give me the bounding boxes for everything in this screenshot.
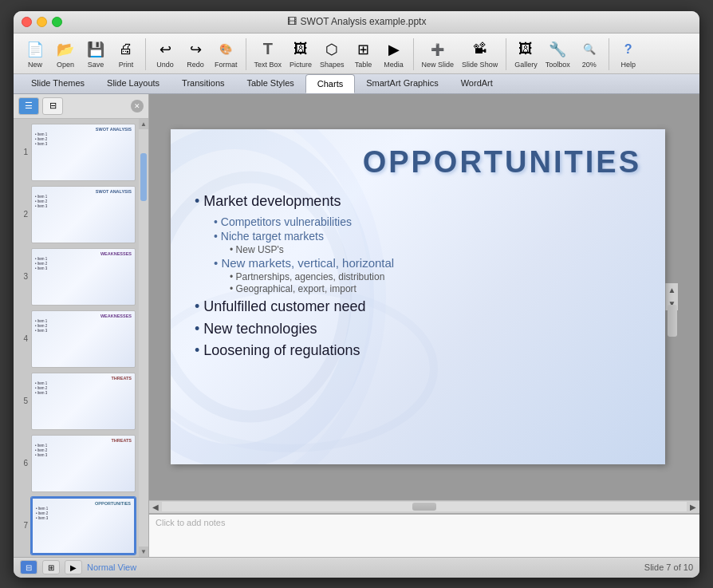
tab-wordart[interactable]: WordArt [450, 74, 504, 93]
newslide-icon: ➕ [427, 38, 449, 61]
slide-thumb-3[interactable]: 3 WEAKNESSES • Item 1 • Item 2 • Item 3 [17, 248, 136, 306]
status-view-label: Normal View [87, 562, 640, 572]
tab-smartart[interactable]: SmartArt Graphics [355, 74, 449, 93]
slide-num-4: 4 [17, 334, 28, 343]
scroll-right[interactable]: ▶ [687, 503, 699, 511]
toolbox-icon: 🔧 [546, 38, 569, 61]
notes-area[interactable]: Click to add notes [149, 513, 699, 557]
toolbar-group-insert: T Text Box 🖼 Picture ⬡ Shapes ⊞ Table ▶ … [250, 37, 409, 70]
scroll-up[interactable]: ▲ [666, 283, 678, 297]
sidebar-close-button[interactable]: ✕ [131, 100, 144, 112]
open-button[interactable]: 📂 Open [50, 37, 81, 70]
slide-canvas[interactable]: OPPORTUNITIES Market developments Compet… [171, 129, 665, 464]
zoom-button[interactable]: 🔍 20% [574, 37, 605, 70]
tab-charts[interactable]: Charts [305, 74, 355, 93]
newslide-label: New Slide [422, 61, 455, 69]
tab-table-styles[interactable]: Table Styles [236, 74, 305, 93]
scroll-track [139, 129, 148, 547]
print-button[interactable]: 🖨 Print [111, 37, 141, 70]
slide-thumb-4[interactable]: 4 WEAKNESSES • Item 1 • Item 2 • Item 3 [17, 310, 136, 368]
shapes-button[interactable]: ⬡ Shapes [316, 37, 349, 70]
save-button[interactable]: 💾 Save [81, 37, 111, 70]
vertical-scrollbar[interactable]: ▲ ▼ [665, 283, 678, 310]
textbox-button[interactable]: T Text Box [250, 37, 286, 70]
slide-thumb-1[interactable]: 1 SWOT ANALYSIS • Item 1 • Item 2 • Item… [17, 124, 136, 181]
format-button[interactable]: 🎨 Format [211, 37, 242, 70]
tab-slide-themes[interactable]: Slide Themes [20, 74, 96, 93]
minimize-button[interactable] [37, 17, 47, 27]
slideshow-icon: 📽 [469, 38, 491, 61]
slideshow-button[interactable]: 📽 Slide Show [458, 37, 502, 70]
title-bar: 🎞 SWOT Analysis example.pptx [14, 11, 699, 34]
picture-icon: 🖼 [290, 38, 312, 61]
tab-slide-layouts[interactable]: Slide Layouts [96, 74, 171, 93]
textbox-label: Text Box [254, 61, 282, 69]
scroll-left[interactable]: ◀ [149, 503, 162, 511]
bullet-partnerships: Partnerships, agencies, distribution [230, 271, 641, 282]
new-button[interactable]: 📄 New [20, 37, 50, 70]
view-present[interactable]: ▶ [65, 560, 82, 574]
undo-button[interactable]: ↩ Undo [150, 37, 180, 70]
sidebar-view-list[interactable]: ☰ [18, 97, 39, 115]
newslide-button[interactable]: ➕ New Slide [418, 37, 459, 70]
gallery-icon: 🖼 [514, 38, 537, 61]
title-label: SWOT Analysis example.pptx [301, 16, 427, 27]
toolbar-group-view: 🖼 Gallery 🔧 Toolbox 🔍 20% [510, 37, 605, 70]
help-button[interactable]: ? Help [613, 37, 644, 70]
sidebar-view-grid[interactable]: ⊟ [42, 97, 63, 115]
print-icon: 🖨 [115, 38, 137, 61]
slide-preview-6: THREATS • Item 1 • Item 2 • Item 3 [31, 435, 136, 492]
save-icon: 💾 [85, 38, 107, 61]
gallery-button[interactable]: 🖼 Gallery [510, 37, 542, 70]
sidebar-main: 1 SWOT ANALYSIS • Item 1 • Item 2 • Item… [14, 119, 148, 557]
table-icon: ⊞ [353, 38, 375, 61]
toolbar-group-file: 📄 New 📂 Open 💾 Save 🖨 Print [20, 37, 141, 70]
slide-thumb-7[interactable]: 7 OPPORTUNITIES • Item 1 • Item 2 • Item… [17, 497, 136, 554]
slide-thumb-5[interactable]: 5 THREATS • Item 1 • Item 2 • Item 3 [17, 373, 136, 430]
picture-button[interactable]: 🖼 Picture [286, 37, 316, 70]
zoom-icon: 🔍 [578, 38, 601, 61]
slide-preview-4: WEAKNESSES • Item 1 • Item 2 • Item 3 [31, 310, 136, 368]
undo-icon: ↩ [154, 38, 176, 61]
view-grid[interactable]: ⊞ [42, 560, 60, 574]
horizontal-scrollbar[interactable]: ◀ ▶ [149, 500, 699, 513]
sub-sub-list-2: Partnerships, agencies, distribution Geo… [214, 271, 641, 294]
slide-preview-7: OPPORTUNITIES • Item 1 • Item 2 • Item 3 [31, 497, 136, 554]
toolbar: 📄 New 📂 Open 💾 Save 🖨 Print ↩ Undo [14, 34, 699, 74]
toolbox-button[interactable]: 🔧 Toolbox [542, 37, 574, 70]
new-label: New [28, 61, 42, 69]
slide-num-6: 6 [17, 459, 28, 468]
table-button[interactable]: ⊞ Table [349, 37, 379, 70]
slide-num-3: 3 [17, 272, 28, 281]
scroll-thumb-v[interactable] [668, 305, 677, 337]
scroll-down-arrow[interactable]: ▼ [140, 547, 147, 557]
bullet-list: Market developments Competitors vulnerab… [195, 192, 641, 361]
maximize-button[interactable] [52, 17, 62, 27]
redo-button[interactable]: ↪ Redo [180, 37, 211, 70]
close-button[interactable] [22, 17, 32, 27]
shapes-icon: ⬡ [321, 38, 343, 61]
status-slide-info: Slide 7 of 10 [644, 562, 693, 572]
media-button[interactable]: ▶ Media [379, 37, 409, 70]
slide-preview-1: SWOT ANALYSIS • Item 1 • Item 2 • Item 3 [31, 124, 136, 181]
bullet-usp: New USP's [230, 244, 641, 255]
slide-num-5: 5 [17, 397, 28, 405]
sidebar-scrollbar[interactable]: ▲ ▼ [139, 119, 148, 557]
slideshow-label: Slide Show [462, 61, 498, 69]
slide-thumb-6[interactable]: 6 THREATS • Item 1 • Item 2 • Item 3 [17, 435, 136, 492]
slide-thumb-2[interactable]: 2 SWOT ANALYSIS • Item 1 • Item 2 • Item… [17, 186, 136, 243]
sep5 [609, 38, 609, 70]
scroll-track-h [162, 502, 687, 511]
media-label: Media [384, 61, 404, 69]
table-label: Table [355, 61, 372, 69]
view-normal[interactable]: ⊟ [20, 560, 37, 574]
sub-sub-list-1: New USP's [214, 244, 641, 255]
tab-transitions[interactable]: Transitions [171, 74, 235, 93]
scroll-up-arrow[interactable]: ▲ [140, 119, 147, 129]
scroll-thumb-h[interactable] [412, 503, 436, 511]
scroll-thumb[interactable] [140, 153, 147, 201]
format-label: Format [215, 61, 238, 69]
new-icon: 📄 [24, 38, 46, 61]
slide-preview-5: THREATS • Item 1 • Item 2 • Item 3 [31, 373, 136, 430]
main-window: 🎞 SWOT Analysis example.pptx 📄 New 📂 Ope… [14, 11, 699, 578]
